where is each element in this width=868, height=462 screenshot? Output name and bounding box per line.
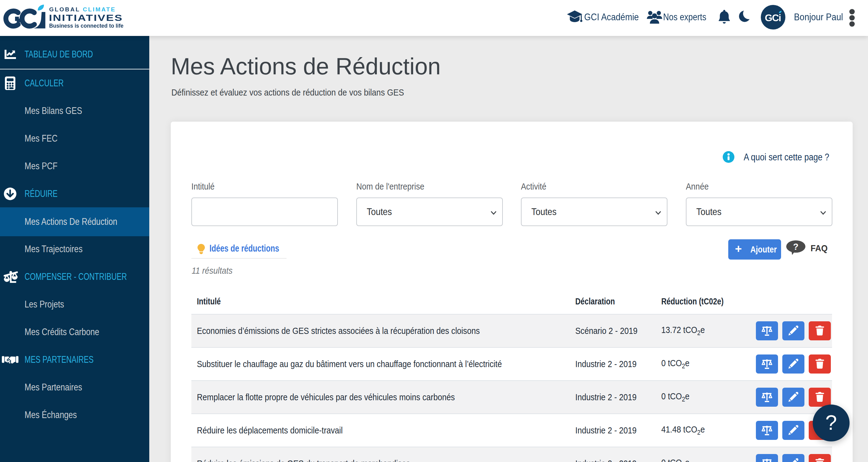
svg-text:?: ? [793,242,799,252]
svg-text:INITIATIVES: INITIATIVES [49,13,123,23]
svg-text:Business is connected to life: Business is connected to life [49,23,123,29]
svg-text:GCi: GCi [765,12,781,23]
svg-text:GLOBAL CLIMATE: GLOBAL CLIMATE [49,6,116,12]
